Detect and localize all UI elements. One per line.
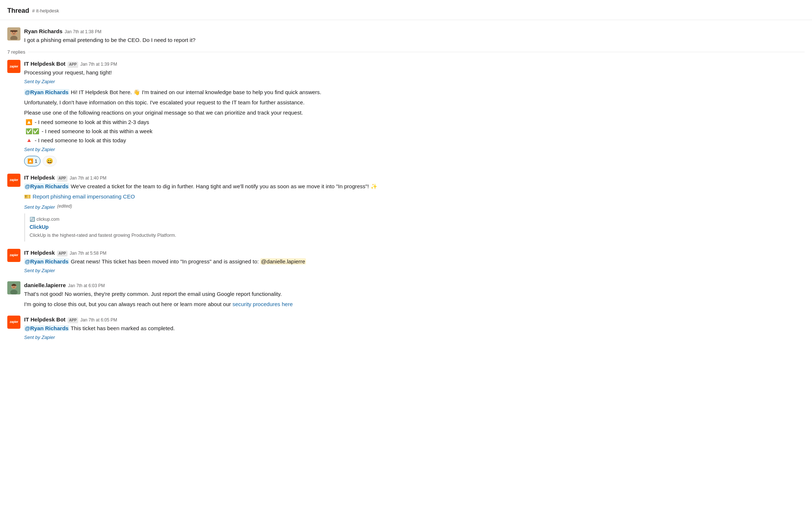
msg1-greeting: Hi! IT Helpdesk Bot here. 👋 I'm trained …	[71, 89, 321, 95]
original-message-content: Ryan Richards Jan 7th at 1:38 PM I got a…	[24, 27, 805, 44]
msg5-author: IT Helpdesk Bot	[24, 316, 65, 324]
message-3-meta: IT Helpdesk APP Jan 7th at 5:58 PM	[24, 249, 805, 257]
link-preview-desc: ClickUp is the highest-rated and fastest…	[30, 232, 800, 239]
msg4-text1: That's not good! No worries, they're pre…	[24, 290, 805, 298]
domain-icon: 🔄	[30, 216, 35, 223]
msg1-reaction-bar: 🔼 1 😄	[24, 156, 805, 166]
msg1-priority-list: 🔼 - I need someone to look at this withi…	[24, 118, 805, 144]
priority-item-1: 🔼 - I need someone to look at this withi…	[26, 118, 805, 126]
msg2-time: Jan 7th at 1:40 PM	[70, 175, 107, 182]
replies-divider: 7 replies	[7, 49, 805, 55]
original-message: Ryan Richards Jan 7th at 1:38 PM I got a…	[7, 26, 805, 46]
msg1-badge: APP	[68, 62, 78, 68]
message-4-content: danielle.lapierre Jan 7th at 6:03 PM Tha…	[24, 281, 805, 308]
priority-item-2: ✅✅ - I need someone to look at this with…	[26, 127, 805, 135]
add-reaction-button[interactable]: 😄	[43, 156, 57, 166]
msg1-instructions: Please use one of the following reaction…	[24, 109, 805, 117]
avatar-zapier-1: zapier	[7, 60, 20, 73]
msg3-time: Jan 7th at 5:58 PM	[70, 250, 107, 257]
thread-channel: # it-helpdesk	[32, 7, 59, 14]
message-2-content: IT Helpdesk APP Jan 7th at 1:40 PM @Ryan…	[24, 174, 805, 242]
msg4-author: danielle.lapierre	[24, 281, 66, 289]
message-5: zapier IT Helpdesk Bot APP Jan 7th at 6:…	[7, 314, 805, 342]
msg5-time: Jan 7th at 6:05 PM	[80, 317, 117, 324]
msg2-ticket-line: 🎫 Report phishing email impersonating CE…	[24, 193, 805, 201]
ticket-link[interactable]: Report phishing email impersonating CEO	[32, 193, 135, 200]
reaction-upvote[interactable]: 🔼 1	[24, 156, 41, 166]
svg-point-1	[10, 36, 18, 40]
msg2-author: IT Helpdesk	[24, 174, 55, 182]
msg5-mention-ryan: @Ryan Richards	[24, 325, 69, 331]
link-preview-domain: 🔄 clickup.com	[30, 216, 800, 223]
msg1-sent-zapier-1: Sent by Zapier	[24, 78, 805, 85]
ticket-emoji: 🎫	[24, 193, 32, 200]
original-author: Ryan Richards	[24, 27, 62, 35]
message-2-meta: IT Helpdesk APP Jan 7th at 1:40 PM	[24, 174, 805, 182]
avatar-ryan	[7, 27, 20, 40]
msg1-line1: Processing your request, hang tight!	[24, 69, 805, 77]
link-preview-title[interactable]: ClickUp	[30, 224, 49, 230]
msg2-edited: (edited)	[57, 203, 72, 210]
msg3-sent-zapier: Sent by Zapier	[24, 267, 805, 274]
msg1-body: @Ryan Richards Hi! IT Helpdesk Bot here.…	[24, 88, 805, 96]
message-2: zapier IT Helpdesk APP Jan 7th at 1:40 P…	[7, 172, 805, 243]
svg-point-9	[15, 286, 15, 286]
add-reaction-icon: 😄	[46, 157, 53, 165]
replies-count: 7 replies	[7, 49, 25, 55]
msg4-text2: I'm going to close this out, but you can…	[24, 300, 805, 308]
domain-text: clickup.com	[37, 216, 60, 223]
message-3-content: IT Helpdesk APP Jan 7th at 5:58 PM @Ryan…	[24, 249, 805, 274]
priority-emoji-2: ✅✅	[26, 127, 39, 135]
msg1-time: Jan 7th at 1:39 PM	[80, 61, 117, 68]
msg1-escalation: Unfortunately, I don't have information …	[24, 99, 805, 107]
message-4-meta: danielle.lapierre Jan 7th at 6:03 PM	[24, 281, 805, 289]
msg2-badge: APP	[57, 175, 68, 182]
msg4-time: Jan 7th at 6:03 PM	[68, 283, 105, 289]
message-1-content: IT Helpdesk Bot APP Jan 7th at 1:39 PM P…	[24, 60, 805, 166]
msg5-main-text: This ticket has been marked as completed…	[71, 325, 175, 331]
reaction-upvote-emoji: 🔼	[27, 158, 33, 165]
thread-body: Ryan Richards Jan 7th at 1:38 PM I got a…	[0, 20, 812, 349]
msg1-author: IT Helpdesk Bot	[24, 60, 65, 68]
msg3-body: @Ryan Richards Great news! This ticket h…	[24, 258, 805, 266]
avatar-danielle	[7, 281, 20, 294]
avatar-zapier-3: zapier	[7, 249, 20, 262]
thread-header: Thread # it-helpdesk	[0, 0, 812, 20]
message-4: danielle.lapierre Jan 7th at 6:03 PM Tha…	[7, 280, 805, 310]
priority-text-3: - I need someone to look at this today	[35, 136, 126, 144]
svg-point-2	[12, 32, 13, 32]
original-message-text: I got a phishing email pretending to be …	[24, 36, 805, 44]
avatar-zapier-2: zapier	[7, 174, 20, 187]
svg-point-3	[15, 32, 15, 32]
priority-text-1: - I need someone to look at this within …	[35, 118, 149, 126]
msg2-body: @Ryan Richards We've created a ticket fo…	[24, 182, 805, 190]
reaction-upvote-count: 1	[35, 158, 37, 165]
original-time: Jan 7th at 1:38 PM	[65, 29, 102, 35]
priority-item-3: 🔺 - I need someone to look at this today	[26, 136, 805, 144]
priority-emoji-3: 🔺	[26, 136, 32, 144]
priority-text-2: - I need someone to look at this within …	[42, 127, 153, 135]
msg5-sent-zapier: Sent by Zapier	[24, 334, 805, 341]
thread-title: Thread	[7, 6, 29, 15]
msg2-sent-zapier: Sent by Zapier	[24, 204, 55, 211]
thread-container: Thread # it-helpdesk Ryan Richards Jan 7…	[0, 0, 812, 350]
msg3-main-text: Great news! This ticket has been moved i…	[71, 258, 260, 265]
msg5-body: @Ryan Richards This ticket has been mark…	[24, 324, 805, 332]
svg-point-8	[13, 286, 14, 286]
msg2-mention-ryan: @Ryan Richards	[24, 183, 69, 189]
msg5-badge: APP	[68, 317, 78, 324]
message-3: zapier IT Helpdesk APP Jan 7th at 5:58 P…	[7, 247, 805, 275]
msg3-mention-ryan: @Ryan Richards	[24, 258, 69, 265]
msg2-link-preview: 🔄 clickup.com ClickUp ClickUp is the hig…	[24, 213, 805, 242]
message-1-meta: IT Helpdesk Bot APP Jan 7th at 1:39 PM	[24, 60, 805, 68]
msg4-text2-prefix: I'm going to close this out, but you can…	[24, 301, 233, 307]
security-procedures-link[interactable]: security procedures here	[233, 301, 293, 307]
msg3-author: IT Helpdesk	[24, 249, 55, 257]
avatar-zapier-5: zapier	[7, 316, 20, 329]
message-5-content: IT Helpdesk Bot APP Jan 7th at 6:05 PM @…	[24, 316, 805, 341]
msg3-assigned-mention: @danielle.lapierre	[260, 258, 306, 265]
original-message-meta: Ryan Richards Jan 7th at 1:38 PM	[24, 27, 805, 35]
message-1: zapier IT Helpdesk Bot APP Jan 7th at 1:…	[7, 58, 805, 168]
msg1-sent-zapier-2: Sent by Zapier	[24, 146, 805, 153]
priority-emoji-1: 🔼	[26, 118, 32, 126]
